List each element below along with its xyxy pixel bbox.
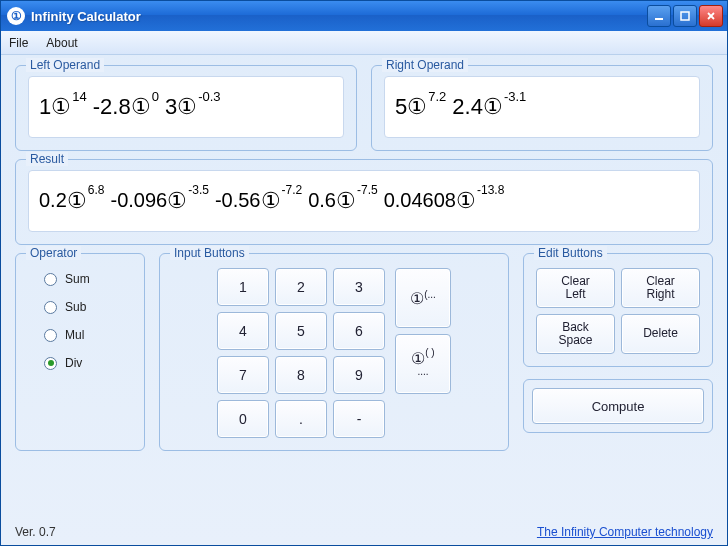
maximize-button[interactable] xyxy=(673,5,697,27)
radio-icon xyxy=(44,273,57,286)
radio-icon xyxy=(44,357,57,370)
backspace-button[interactable]: Back Space xyxy=(536,314,615,354)
radio-icon xyxy=(44,301,57,314)
operator-label: Sum xyxy=(65,272,90,286)
titlebar[interactable]: ① Infinity Calculator xyxy=(1,1,727,31)
clear-left-button[interactable]: Clear Left xyxy=(536,268,615,308)
result-legend: Result xyxy=(26,152,68,166)
edit-buttons-legend: Edit Buttons xyxy=(534,246,607,260)
svg-rect-0 xyxy=(655,18,663,20)
term: 0.04608①-13.8 xyxy=(384,190,505,212)
edit-buttons-panel: Edit Buttons Clear Left Clear Right Back… xyxy=(523,253,713,367)
close-icon xyxy=(706,11,716,21)
left-operand-panel: Left Operand 1①14 -2.8①0 3①-0.3 xyxy=(15,65,357,151)
radio-icon xyxy=(44,329,57,342)
right-operand-legend: Right Operand xyxy=(382,58,468,72)
left-operand-display[interactable]: 1①14 -2.8①0 3①-0.3 xyxy=(28,76,344,138)
clear-right-button[interactable]: Clear Right xyxy=(621,268,700,308)
operator-radio-div[interactable]: Div xyxy=(44,356,128,370)
keypad-key-8[interactable]: 8 xyxy=(275,356,327,394)
operator-legend: Operator xyxy=(26,246,81,260)
term: 2.4①-3.1 xyxy=(452,96,526,118)
term: -2.8①0 xyxy=(93,96,159,118)
operator-radio-sum[interactable]: Sum xyxy=(44,272,128,286)
input-buttons-panel: Input Buttons 1234567890.- ①(... ①( ) ..… xyxy=(159,253,509,451)
compute-panel: Compute xyxy=(523,379,713,433)
footer: Ver. 0.7 The Infinity Computer technolog… xyxy=(1,523,727,545)
result-panel: Result 0.2①6.8 -0.096①-3.5 -0.56①-7.2 0.… xyxy=(15,159,713,245)
menubar: File About xyxy=(1,31,727,55)
left-operand-legend: Left Operand xyxy=(26,58,104,72)
keypad-key-dot[interactable]: . xyxy=(275,400,327,438)
menu-about[interactable]: About xyxy=(46,36,77,50)
app-icon: ① xyxy=(7,7,25,25)
keypad-key-1[interactable]: 1 xyxy=(217,268,269,306)
delete-button[interactable]: Delete xyxy=(621,314,700,354)
technology-link[interactable]: The Infinity Computer technology xyxy=(537,525,713,539)
operator-label: Sub xyxy=(65,300,86,314)
minimize-icon xyxy=(654,11,664,21)
input-buttons-legend: Input Buttons xyxy=(170,246,249,260)
menu-file[interactable]: File xyxy=(9,36,28,50)
keypad-key-6[interactable]: 6 xyxy=(333,312,385,350)
term: 1①14 xyxy=(39,96,87,118)
minimize-button[interactable] xyxy=(647,5,671,27)
window: ① Infinity Calculator File About Left Op… xyxy=(0,0,728,546)
keypad-key-2[interactable]: 2 xyxy=(275,268,327,306)
operator-label: Mul xyxy=(65,328,84,342)
keypad-key-3[interactable]: 3 xyxy=(333,268,385,306)
version-label: Ver. 0.7 xyxy=(15,525,56,539)
maximize-icon xyxy=(680,11,690,21)
operator-radio-sub[interactable]: Sub xyxy=(44,300,128,314)
close-button[interactable] xyxy=(699,5,723,27)
keypad-key-9[interactable]: 9 xyxy=(333,356,385,394)
keypad-key-4[interactable]: 4 xyxy=(217,312,269,350)
term: 5①7.2 xyxy=(395,96,446,118)
term: 3①-0.3 xyxy=(165,96,221,118)
result-display: 0.2①6.8 -0.096①-3.5 -0.56①-7.2 0.6①-7.5 … xyxy=(28,170,700,232)
right-operand-display[interactable]: 5①7.2 2.4①-3.1 xyxy=(384,76,700,138)
keypad-key-minus[interactable]: - xyxy=(333,400,385,438)
client-area: Left Operand 1①14 -2.8①0 3①-0.3 Right Op… xyxy=(1,55,727,523)
keypad-key-0[interactable]: 0 xyxy=(217,400,269,438)
keypad-key-5[interactable]: 5 xyxy=(275,312,327,350)
compute-button[interactable]: Compute xyxy=(532,388,704,424)
operator-radio-mul[interactable]: Mul xyxy=(44,328,128,342)
operator-panel: Operator SumSubMulDiv xyxy=(15,253,145,451)
grossone-positive-button[interactable]: ①(... xyxy=(395,268,451,328)
term: -0.096①-3.5 xyxy=(111,190,209,212)
keypad-key-7[interactable]: 7 xyxy=(217,356,269,394)
term: 0.6①-7.5 xyxy=(308,190,378,212)
right-operand-panel: Right Operand 5①7.2 2.4①-3.1 xyxy=(371,65,713,151)
term: 0.2①6.8 xyxy=(39,190,105,212)
operator-label: Div xyxy=(65,356,82,370)
grossone-negative-button[interactable]: ①( ) .... xyxy=(395,334,451,394)
term: -0.56①-7.2 xyxy=(215,190,302,212)
window-title: Infinity Calculator xyxy=(31,9,647,24)
svg-rect-1 xyxy=(681,12,689,20)
